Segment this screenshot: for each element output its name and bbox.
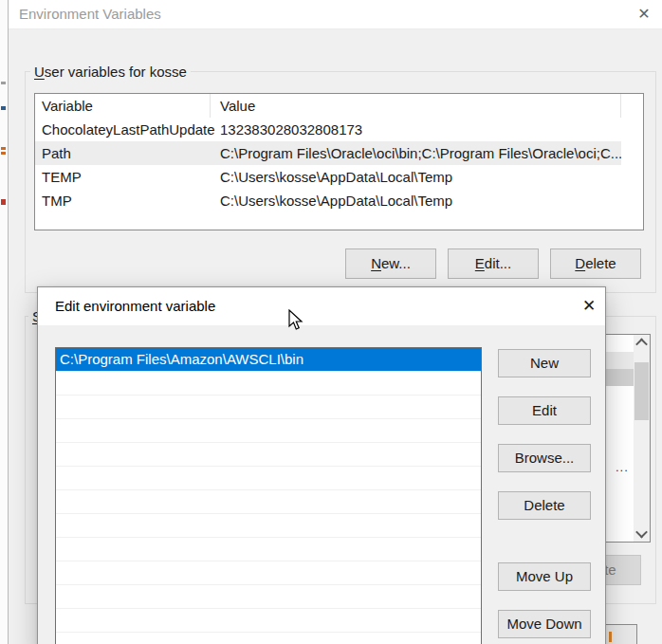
dialog-new-button[interactable]: New xyxy=(498,349,591,377)
table-row[interactable]: ChocolateyLastPathUpdate 132383028032808… xyxy=(35,118,643,141)
user-new-button[interactable]: New... xyxy=(345,248,436,279)
background-mark xyxy=(1,147,6,150)
truncated-text-ellipsis: ... xyxy=(616,460,629,474)
dialog-close-icon[interactable]: ✕ xyxy=(572,291,606,322)
background-mark xyxy=(1,106,6,110)
table-row-selected[interactable]: Path C:\Program Files\Oracle\oci\bin;C:\… xyxy=(35,141,621,165)
dialog-browse-button[interactable]: Browse... xyxy=(498,444,591,472)
scrollbar-down-button[interactable] xyxy=(634,525,650,542)
list-item-empty[interactable] xyxy=(56,609,481,633)
scrollbar-thumb[interactable] xyxy=(634,362,649,420)
list-item-selected[interactable]: C:\Program Files\Amazon\AWSCLI\bin xyxy=(56,348,481,372)
chevron-up-icon xyxy=(635,339,648,351)
dialog-edit-button[interactable]: Edit xyxy=(498,396,591,425)
list-item-empty[interactable] xyxy=(56,538,481,561)
table-row[interactable]: TMP C:\Users\kosse\AppData\Local\Temp xyxy=(35,189,643,212)
scrollbar-up-button[interactable] xyxy=(634,335,650,351)
table-row[interactable]: TEMP C:\Users\kosse\AppData\Local\Temp xyxy=(35,165,643,189)
dialog-title: Edit environment variable xyxy=(55,287,215,325)
list-item-empty[interactable] xyxy=(56,490,481,514)
list-item-empty[interactable] xyxy=(56,372,481,396)
user-delete-button[interactable]: Delete xyxy=(550,248,641,279)
background-app-strip xyxy=(0,0,9,644)
list-item-empty[interactable] xyxy=(56,514,481,538)
list-item-empty[interactable] xyxy=(56,396,481,419)
background-mark xyxy=(1,199,6,205)
background-mark xyxy=(1,82,6,84)
user-variables-table[interactable]: Variable Value ChocolateyLastPathUpdate … xyxy=(34,93,644,230)
list-item-empty[interactable] xyxy=(56,585,481,609)
window-title: Environment Variables xyxy=(19,0,161,28)
user-edit-button[interactable]: Edit... xyxy=(448,248,539,279)
list-item-empty[interactable] xyxy=(56,467,481,490)
system-table-scrollbar[interactable] xyxy=(634,335,650,542)
background-mark xyxy=(1,152,6,155)
dialog-delete-button[interactable]: Delete xyxy=(498,491,591,520)
list-item-empty[interactable] xyxy=(56,633,481,644)
chevron-down-icon xyxy=(635,526,648,539)
background-artifact-mark xyxy=(609,632,612,642)
list-item-empty[interactable] xyxy=(56,443,481,467)
column-header-value[interactable]: Value xyxy=(211,94,621,118)
dialog-move-down-button[interactable]: Move Down xyxy=(498,610,591,638)
list-item-empty[interactable] xyxy=(56,561,481,585)
table-header: Variable Value xyxy=(35,94,643,118)
path-entries-list[interactable]: C:\Program Files\Amazon\AWSCLI\bin xyxy=(55,347,482,644)
edit-environment-variable-dialog: Edit environment variable ✕ C:\Program F… xyxy=(37,286,606,644)
user-variables-label: User variables for kosse xyxy=(30,64,191,80)
dialog-move-up-button[interactable]: Move Up xyxy=(498,562,591,591)
column-header-variable[interactable]: Variable xyxy=(35,94,211,118)
list-item-empty[interactable] xyxy=(56,419,481,443)
dialog-titlebar: Edit environment variable ✕ xyxy=(38,287,605,325)
window-titlebar: Environment Variables ✕ xyxy=(9,0,662,29)
close-icon[interactable]: ✕ xyxy=(628,0,660,28)
